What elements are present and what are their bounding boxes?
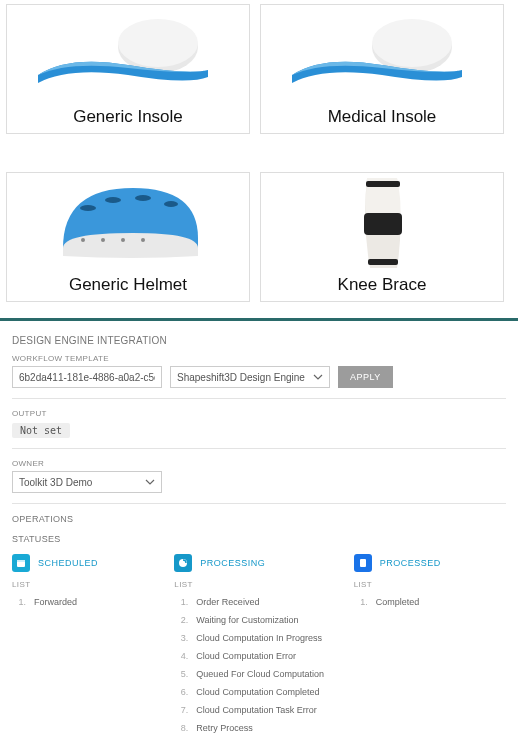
status-list-processed: 1.Completed — [354, 593, 506, 611]
product-image — [261, 5, 503, 105]
status-title-processing: PROCESSING — [200, 558, 265, 568]
panel-title: DESIGN ENGINE INTEGRATION — [12, 335, 506, 346]
list-item: 5.Queued For Cloud Computation — [178, 665, 343, 683]
status-col-processed: PROCESSED LIST 1.Completed — [354, 554, 506, 737]
output-label: OUTPUT — [12, 409, 506, 418]
list-item: 1.Forwarded — [16, 593, 164, 611]
product-image — [7, 5, 249, 105]
svg-rect-13 — [366, 181, 400, 187]
product-label: Generic Helmet — [69, 273, 187, 301]
svg-point-10 — [121, 238, 125, 242]
product-card-generic-helmet[interactable]: Generic Helmet — [6, 172, 250, 302]
svg-rect-12 — [364, 213, 402, 235]
engine-select-value: Shapeshift3D Design Engine — [177, 372, 305, 383]
design-engine-panel: DESIGN ENGINE INTEGRATION WORKFLOW TEMPL… — [0, 321, 518, 740]
svg-point-4 — [80, 205, 96, 211]
gear-wait-icon — [174, 554, 192, 572]
operations-label: OPERATIONS — [12, 514, 506, 524]
product-label: Generic Insole — [73, 105, 183, 133]
product-image — [7, 173, 249, 273]
product-image — [261, 173, 503, 273]
status-title-processed: PROCESSED — [380, 558, 441, 568]
status-columns: SCHEDULED LIST 1.Forwarded PROCESSING LI… — [12, 554, 506, 737]
list-item: 6.Cloud Computation Completed — [178, 683, 343, 701]
list-item: 3.Cloud Computation In Progress — [178, 629, 343, 647]
list-item: 8.Retry Process — [178, 719, 343, 737]
engine-select[interactable]: Shapeshift3D Design Engine — [170, 366, 330, 388]
list-label: LIST — [174, 580, 343, 589]
owner-select-value: Toolkit 3D Demo — [19, 477, 92, 488]
svg-rect-16 — [17, 560, 25, 562]
workflow-guid-input[interactable] — [12, 366, 162, 388]
product-label: Knee Brace — [338, 273, 427, 301]
status-list-processing: 1.Order Received2.Waiting for Customizat… — [174, 593, 343, 737]
apply-button[interactable]: APPLY — [338, 366, 393, 388]
owner-label: OWNER — [12, 459, 506, 468]
svg-point-3 — [372, 19, 452, 67]
svg-point-5 — [105, 197, 121, 203]
status-list-scheduled: 1.Forwarded — [12, 593, 164, 611]
list-label: LIST — [12, 580, 164, 589]
list-item: 4.Cloud Computation Error — [178, 647, 343, 665]
product-card-knee-brace[interactable]: Knee Brace — [260, 172, 504, 302]
helmet-icon — [43, 178, 213, 268]
status-title-scheduled: SCHEDULED — [38, 558, 98, 568]
list-item: 1.Completed — [358, 593, 506, 611]
product-card-medical-insole[interactable]: Medical Insole — [260, 4, 504, 134]
svg-point-8 — [81, 238, 85, 242]
svg-point-7 — [164, 201, 178, 207]
svg-rect-18 — [360, 559, 366, 567]
svg-point-6 — [135, 195, 151, 201]
list-label: LIST — [354, 580, 506, 589]
product-card-generic-insole[interactable]: Generic Insole — [6, 4, 250, 134]
svg-point-9 — [101, 238, 105, 242]
workflow-template-label: WORKFLOW TEMPLATE — [12, 354, 506, 363]
owner-select[interactable]: Toolkit 3D Demo — [12, 471, 162, 493]
product-label: Medical Insole — [328, 105, 437, 133]
list-item: 7.Cloud Computation Task Error — [178, 701, 343, 719]
status-col-processing: PROCESSING LIST 1.Order Received2.Waitin… — [174, 554, 343, 737]
output-value: Not set — [12, 423, 70, 438]
insole-icon — [282, 15, 482, 95]
chevron-down-icon — [145, 477, 155, 489]
svg-point-11 — [141, 238, 145, 242]
knee-brace-icon — [342, 173, 422, 273]
statuses-label: STATUSES — [12, 534, 506, 544]
svg-point-1 — [118, 19, 198, 67]
document-icon — [354, 554, 372, 572]
svg-rect-14 — [368, 259, 398, 265]
product-grid: Generic Insole Medical Insole — [0, 0, 518, 314]
insole-icon — [28, 15, 228, 95]
chevron-down-icon — [313, 372, 323, 384]
status-col-scheduled: SCHEDULED LIST 1.Forwarded — [12, 554, 164, 737]
list-item: 1.Order Received — [178, 593, 343, 611]
list-item: 2.Waiting for Customization — [178, 611, 343, 629]
calendar-icon — [12, 554, 30, 572]
